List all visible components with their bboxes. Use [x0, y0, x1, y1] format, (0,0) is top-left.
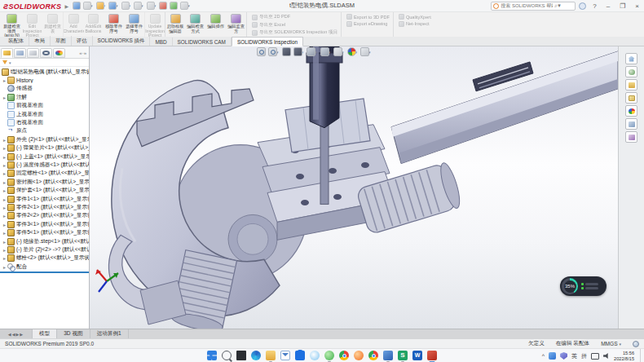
restore-button[interactable]: ❐: [616, 1, 629, 11]
tree-item[interactable]: ▸ (-) 温度传感器<1> (默认<<默认>_: [0, 161, 89, 169]
tree-item[interactable]: ▸ (-) 垫片 (2)<2> ->? (默认<<默认>_: [0, 245, 89, 254]
view-orientation-icon[interactable]: ▾: [307, 47, 317, 56]
tree-item[interactable]: ▸ History: [0, 76, 89, 84]
solidworks-app-icon[interactable]: [427, 351, 437, 360]
green-app-icon[interactable]: [324, 351, 334, 360]
ribbon-button[interactable]: 移除零件序号: [104, 12, 124, 37]
tree-item[interactable]: 上视基准面: [0, 110, 89, 118]
home-tab-icon[interactable]: [625, 53, 637, 64]
tree-root-item[interactable]: t型铠装热电偶 (默认<默认_显示状态-1: [0, 68, 89, 76]
command-tab[interactable]: SOLIDWORKS CAM: [173, 38, 232, 46]
file-explorer-icon[interactable]: [625, 92, 637, 104]
expand-arrow-icon[interactable]: ▸: [2, 247, 7, 253]
orange-app-icon[interactable]: [354, 351, 364, 360]
login-icon[interactable]: [579, 2, 586, 10]
ribbon-button[interactable]: 编辑操作: [205, 12, 226, 37]
zoom-area-icon[interactable]: ▾: [268, 47, 279, 56]
view-settings-icon[interactable]: ▾: [360, 47, 371, 56]
tree-item[interactable]: ▸ 零件1<1> (默认<<默认>_显示状态: [0, 195, 89, 203]
tree-item[interactable]: 前视基准面: [0, 102, 89, 110]
model-tube[interactable]: [391, 51, 618, 164]
ribbon-button[interactable]: Edit Inspection Project: [22, 12, 42, 37]
edit-appearance-icon[interactable]: ▾: [347, 47, 358, 56]
command-tab[interactable]: SOLIDWORKS 插件: [93, 36, 151, 46]
previous-view-icon[interactable]: [282, 47, 290, 56]
expand-arrow-icon[interactable]: ▸: [2, 230, 7, 236]
tree-item[interactable]: ▸ 密封圈<1> (默认<<默认>_显示状态: [0, 178, 89, 186]
file-explorer-icon[interactable]: [266, 351, 276, 360]
ribbon-button[interactable]: Update Inspection Project: [144, 12, 165, 37]
weather-icon[interactable]: [310, 351, 320, 360]
tree-item[interactable]: ▸ 外壳 (2)<1> (默认<<默认>_显示状: [0, 135, 89, 143]
ribbon-button[interactable]: 新建检查项目 (amp:N): [2, 12, 22, 37]
document-tab[interactable]: 3D 视图: [57, 329, 90, 338]
minimize-button[interactable]: –: [603, 1, 613, 11]
tab-scroll-arrows[interactable]: ◀◀▶▶: [0, 329, 33, 338]
search-icon[interactable]: ⌕▾: [554, 2, 560, 9]
tree-item[interactable]: ▸ 固定螺栓<1> (默认<<默认>_显示状: [0, 170, 89, 178]
open-icon[interactable]: ▾: [96, 2, 106, 10]
green-s-app-icon[interactable]: [398, 351, 408, 360]
security-shield-icon[interactable]: [560, 352, 567, 360]
solidworks-resources-icon[interactable]: [625, 66, 637, 77]
browser-app-icon[interactable]: [368, 351, 378, 360]
tree-item[interactable]: ▸ (-) 弹簧垫片<1> (默认<<默认>_显: [0, 144, 89, 152]
expand-arrow-icon[interactable]: ▸: [2, 213, 7, 219]
units-selector[interactable]: MMGS ▾: [601, 341, 621, 347]
tree-item[interactable]: ▸ 注解: [0, 93, 89, 101]
tree-item[interactable]: ▸ (-) 上盖<1> (默认<<默认>_显示状: [0, 152, 89, 161]
mail-icon[interactable]: [280, 351, 290, 360]
onedrive-icon[interactable]: [549, 352, 556, 360]
select-icon[interactable]: ▾: [147, 2, 157, 10]
tree-item[interactable]: ▸ 螺栓<2> (默认<<默认>_显示状态: [0, 254, 89, 263]
command-tab[interactable]: 草图: [51, 36, 72, 46]
tree-item[interactable]: ▸ 零件5<1> (默认<<默认>_显示状态: [0, 228, 89, 236]
tree-item[interactable]: 右视基准面: [0, 118, 89, 126]
propertymanager-tab[interactable]: [14, 48, 26, 58]
ribbon-button[interactable]: Add/Edit Balloons: [83, 12, 104, 37]
tree-filter[interactable]: ▾: [0, 59, 89, 67]
search-button[interactable]: [222, 351, 232, 360]
tree-item[interactable]: ▸ 零件2<2> (默认<<默认>_显示状态: [0, 212, 89, 220]
thermocouple-3d-model[interactable]: [90, 46, 618, 329]
expand-arrow-icon[interactable]: ▸: [2, 264, 7, 270]
panel-tabs-overflow-icon[interactable]: «·»: [79, 51, 88, 55]
tree-item[interactable]: ▸ (-) 绝缘垫.step<1> (默认<<默认>_: [0, 237, 89, 245]
expand-arrow-icon[interactable]: ▸: [2, 95, 7, 100]
expand-arrow-icon[interactable]: ▸: [2, 162, 7, 168]
configurationmanager-tab[interactable]: [27, 48, 39, 58]
ribbon-button[interactable]: 编辑监查方: [226, 12, 246, 37]
clock[interactable]: 15:56 2022/8/15: [614, 351, 634, 361]
document-tab[interactable]: 运动算例1: [90, 329, 129, 338]
options-gear-icon[interactable]: ▾: [180, 2, 190, 10]
expand-arrow-icon[interactable]: ▸: [2, 222, 7, 227]
logo-expand-arrow-icon[interactable]: ▶: [64, 3, 68, 9]
tray-chevron-icon[interactable]: ^: [542, 353, 545, 359]
zoom-fit-icon[interactable]: [257, 47, 265, 56]
start-button[interactable]: [207, 351, 217, 360]
expand-arrow-icon[interactable]: ▸: [2, 255, 7, 261]
rebuild-icon[interactable]: [159, 2, 166, 10]
solidworks-forum-icon[interactable]: [625, 131, 637, 143]
edge-icon[interactable]: [251, 351, 261, 360]
chrome-icon[interactable]: [339, 351, 349, 360]
notes-app-icon[interactable]: [383, 351, 393, 360]
word-icon[interactable]: [412, 351, 422, 360]
home-icon[interactable]: [73, 2, 80, 10]
displaymanager-tab[interactable]: [53, 48, 65, 58]
search-box[interactable]: ⌕▾: [491, 2, 576, 11]
design-library-icon[interactable]: [625, 79, 637, 90]
close-button[interactable]: ×: [632, 1, 642, 11]
tree-item[interactable]: 原点: [0, 127, 89, 135]
save-icon[interactable]: ▾: [108, 2, 118, 10]
store-icon[interactable]: [295, 351, 305, 360]
ribbon-button[interactable]: 新建检查表: [42, 12, 63, 37]
tree-item[interactable]: ▸ 配合: [0, 263, 89, 271]
hide-show-items-icon[interactable]: ▾: [333, 47, 344, 56]
expand-arrow-icon[interactable]: ▸: [2, 205, 7, 210]
command-tab[interactable]: 装配体: [3, 36, 29, 46]
ribbon-button[interactable]: 启动模板编辑器: [165, 12, 185, 37]
panel-splitter[interactable]: [0, 272, 89, 273]
search-input[interactable]: [501, 3, 553, 8]
new-document-icon[interactable]: ▾: [83, 2, 93, 10]
